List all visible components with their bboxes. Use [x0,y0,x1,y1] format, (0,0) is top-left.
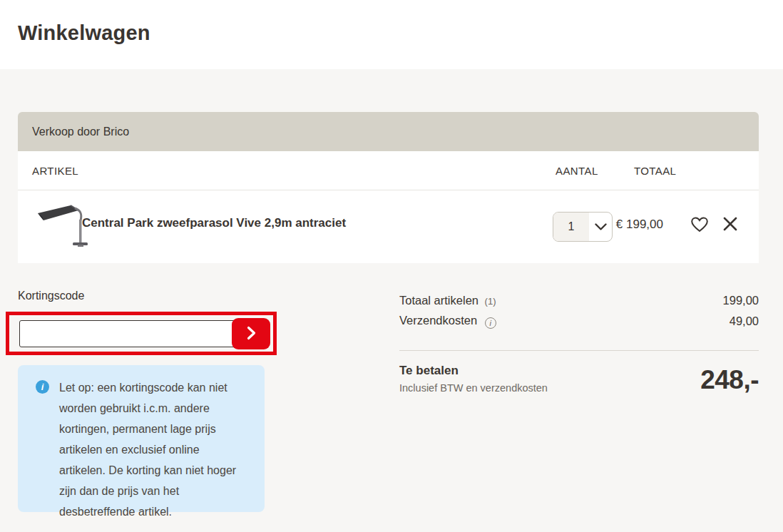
column-quantity: AANTAL [556,165,598,177]
info-icon: i [36,380,49,394]
page-title: Winkelwagen [18,21,150,45]
cart-table-header: ARTIKEL AANTAL TOTAAL [18,151,759,190]
summary-shipping-label: Verzendkosten i [399,314,496,329]
quantity-select[interactable]: 1 [553,212,613,242]
summary-items-value: 199,00 [723,294,759,307]
discount-note-text: Let op: een kortingscode kan niet worden… [59,377,246,522]
discount-info-box: i Let op: een kortingscode kan niet word… [18,365,265,512]
page-header: Winkelwagen [0,0,783,69]
seller-label: Verkoop door Brico [32,126,129,138]
product-name-link[interactable]: Central Park zweefparasol Vive 2,9m antr… [82,216,481,230]
order-summary: Totaal artikelen (1) 199,00 Verzendkoste… [399,290,759,414]
summary-items-label: Totaal artikelen (1) [399,294,496,307]
shipping-info-icon[interactable]: i [485,317,496,329]
pay-block: Te betalen Inclusief BTW en verzendkoste… [399,364,759,414]
summary-shipping-row: Verzendkosten i 49,00 [399,311,759,332]
discount-annotation-highlight [6,312,277,355]
quantity-value: 1 [553,213,589,241]
pay-total-value: 248,- [700,365,759,395]
cart-item-row: Central Park zweefparasol Vive 2,9m antr… [18,190,759,262]
remove-item-icon[interactable] [722,215,739,232]
items-label-text: Totaal artikelen [399,294,478,307]
seller-cart-card: Verkoop door Brico ARTIKEL AANTAL TOTAAL [18,112,759,263]
discount-code-input[interactable] [19,320,237,347]
product-image-parasol [34,202,89,252]
summary-shipping-value: 49,00 [730,314,759,328]
seller-bar: Verkoop door Brico [18,112,759,151]
arrow-right-icon [247,326,256,342]
summary-divider [399,350,759,351]
chevron-down-icon [589,213,612,241]
cart-page-content: Verkoop door Brico ARTIKEL AANTAL TOTAAL [0,69,783,532]
discount-submit-button[interactable] [232,318,270,349]
column-total: TOTAAL [634,165,676,177]
column-article: ARTIKEL [32,165,78,177]
discount-code-label: Kortingscode [18,290,84,302]
items-count: (1) [485,296,496,307]
item-total-price: € 199,00 [616,218,663,232]
summary-items-row: Totaal artikelen (1) 199,00 [399,290,759,311]
wishlist-heart-icon[interactable] [690,216,709,233]
shipping-label-text: Verzendkosten [399,314,477,327]
